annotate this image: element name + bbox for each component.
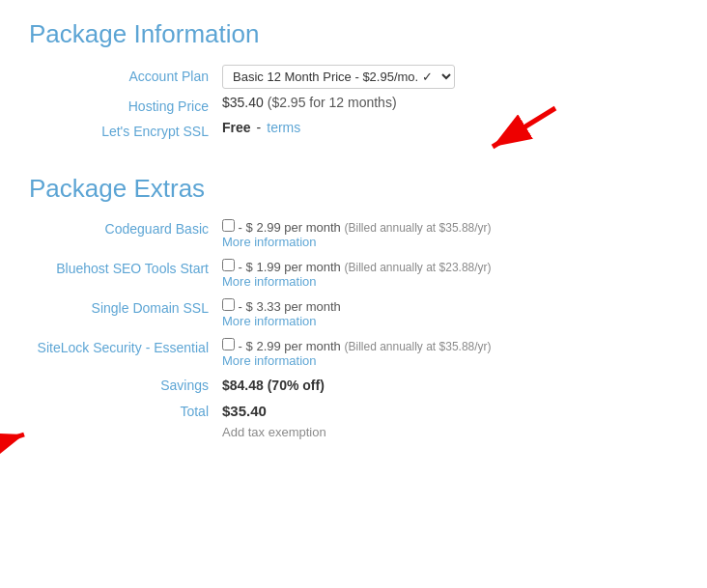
extras-value-sitelock: - $ 2.99 per month (Billed annually at $… bbox=[222, 338, 678, 368]
savings-value: $84.48 (70% off) bbox=[222, 378, 325, 393]
ssl-extra-checkbox-container: - $ 3.33 per month bbox=[222, 299, 341, 314]
total-label: Total bbox=[29, 404, 222, 419]
extras-value-codeguard: - $ 2.99 per month (Billed annually at $… bbox=[222, 219, 678, 249]
ssl-value-container: Free - terms bbox=[222, 120, 678, 135]
add-tax-row: Add tax exemption bbox=[29, 425, 678, 439]
extras-label-ssl: Single Domain SSL bbox=[29, 298, 222, 316]
hosting-price-text: $35.40 ($2.95 for 12 months) bbox=[222, 95, 397, 110]
account-plan-row: Account Plan Basic 12 Month Price - $2.9… bbox=[29, 65, 678, 89]
ssl-free-text: Free bbox=[222, 120, 251, 135]
codeguard-checkbox[interactable] bbox=[222, 219, 235, 232]
sitelock-checkbox-container: - $ 2.99 per month (Billed annually at $… bbox=[222, 339, 492, 353]
codeguard-billed: (Billed annually at $35.88/yr) bbox=[344, 221, 491, 235]
svg-line-3 bbox=[0, 434, 24, 462]
seo-checkbox-container: - $ 1.99 per month (Billed annually at $… bbox=[222, 260, 492, 274]
savings-label: Savings bbox=[29, 378, 222, 393]
ssl-label: Let's Encrypt SSL bbox=[29, 120, 222, 139]
seo-checkbox[interactable] bbox=[222, 259, 235, 271]
extras-label-codeguard: Codeguard Basic bbox=[29, 219, 222, 237]
extras-row-seo: Bluehost SEO Tools Start - $ 1.99 per mo… bbox=[29, 259, 678, 289]
extras-row-sitelock: SiteLock Security - Essential - $ 2.99 p… bbox=[29, 338, 678, 368]
codeguard-more-info-link[interactable]: More information bbox=[222, 235, 678, 249]
total-row: Total $35.40 bbox=[29, 403, 678, 419]
package-information-section: Package Information Account Plan Basic 1… bbox=[29, 19, 678, 139]
hosting-price-main: $35.40 bbox=[222, 95, 264, 110]
svg-line-1 bbox=[493, 108, 555, 147]
extras-value-ssl: - $ 3.33 per month More information bbox=[222, 298, 678, 328]
hosting-price-detail: ($2.95 for 12 months) bbox=[268, 95, 397, 110]
ssl-extra-price: $ 3.33 per month bbox=[246, 299, 341, 314]
sitelock-more-info-link[interactable]: More information bbox=[222, 353, 678, 368]
package-extras-section: Package Extras Codeguard Basic - $ 2.99 … bbox=[29, 174, 678, 439]
extras-row-codeguard: Codeguard Basic - $ 2.99 per month (Bill… bbox=[29, 219, 678, 249]
ssl-dash: - bbox=[257, 120, 262, 135]
red-arrow-tax bbox=[0, 415, 39, 468]
account-plan-label: Account Plan bbox=[29, 65, 222, 84]
codeguard-checkbox-container: - $ 2.99 per month (Billed annually at $… bbox=[222, 220, 492, 235]
extras-row-ssl: Single Domain SSL - $ 3.33 per month Mor… bbox=[29, 298, 678, 328]
seo-price: $ 1.99 per month bbox=[246, 260, 341, 274]
extras-label-seo: Bluehost SEO Tools Start bbox=[29, 259, 222, 276]
hosting-price-label: Hosting Price bbox=[29, 95, 222, 114]
hosting-price-row: Hosting Price $35.40 ($2.95 for 12 month… bbox=[29, 95, 678, 114]
sitelock-checkbox[interactable] bbox=[222, 338, 235, 350]
sitelock-billed: (Billed annually at $35.88/yr) bbox=[344, 340, 491, 353]
codeguard-price: $ 2.99 per month bbox=[246, 220, 341, 235]
extras-label-sitelock: SiteLock Security - Essential bbox=[29, 338, 222, 355]
hosting-price-value-container: $35.40 ($2.95 for 12 months) bbox=[222, 95, 678, 110]
account-plan-value-container: Basic 12 Month Price - $2.95/mo. ✓ Basic… bbox=[222, 65, 678, 89]
package-info-title: Package Information bbox=[29, 19, 678, 49]
package-extras-title: Package Extras bbox=[29, 174, 678, 204]
seo-more-info-link[interactable]: More information bbox=[222, 274, 678, 289]
seo-billed: (Billed annually at $23.88/yr) bbox=[344, 261, 491, 274]
savings-row: Savings $84.48 (70% off) bbox=[29, 378, 678, 393]
ssl-more-info-link[interactable]: More information bbox=[222, 314, 678, 328]
total-value: $35.40 bbox=[222, 403, 267, 419]
ssl-extra-checkbox[interactable] bbox=[222, 298, 235, 311]
sitelock-price: $ 2.99 per month bbox=[246, 339, 341, 353]
add-tax-link[interactable]: Add tax exemption bbox=[222, 425, 326, 439]
ssl-terms-link[interactable]: terms bbox=[267, 120, 300, 135]
page-wrapper: Package Information Account Plan Basic 1… bbox=[29, 19, 678, 439]
ssl-row: Let's Encrypt SSL Free - terms bbox=[29, 120, 678, 139]
red-arrow-hosting bbox=[473, 98, 560, 166]
extras-value-seo: - $ 1.99 per month (Billed annually at $… bbox=[222, 259, 678, 289]
account-plan-select[interactable]: Basic 12 Month Price - $2.95/mo. ✓ Basic… bbox=[222, 65, 455, 89]
